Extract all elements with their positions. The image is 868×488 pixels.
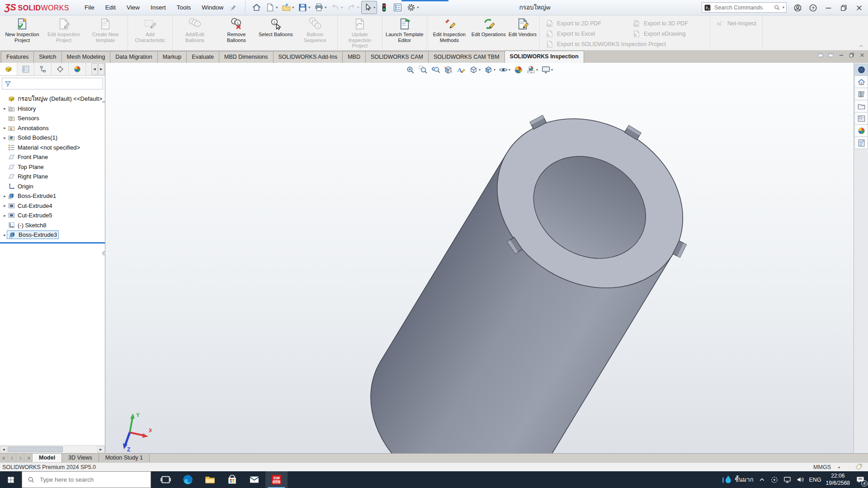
doc-tab-3d-views[interactable]: 3D Views — [62, 454, 99, 462]
add-edit-balloons-button[interactable]: 111Add/Edit Balloons — [174, 16, 216, 43]
appearances-scenes-tab[interactable] — [854, 125, 868, 137]
tree-item-cut-extrude5[interactable]: ▸Cut-Extrude5 — [0, 211, 105, 221]
menu-insert[interactable]: Insert — [145, 0, 171, 15]
update-inspection-project-button[interactable]: Update Inspection Project — [339, 16, 381, 49]
tab-data-migration[interactable]: Data Migration — [110, 51, 157, 63]
zoom-to-area-button[interactable] — [417, 64, 429, 75]
tree-item-history[interactable]: ▸History — [0, 104, 105, 114]
volume-icon[interactable] — [796, 475, 805, 484]
tree-item-sensors[interactable]: Sensors — [0, 113, 105, 123]
edit-vendors-button[interactable]: Edit Vendors — [507, 16, 538, 38]
expand-arrow-icon[interactable]: ▸ — [2, 126, 8, 130]
export-to-excel-button[interactable]: Export to Excel — [546, 30, 617, 38]
tree-item-sketch8[interactable]: (-) Sketch8 — [0, 221, 105, 230]
first-tab-button[interactable] — [0, 454, 8, 462]
dropdown-caret-icon[interactable]: ▾ — [551, 68, 553, 72]
edit-inspection-methods-button[interactable]: Edit Inspection Methods — [429, 16, 470, 43]
solidworks-button[interactable]: SW2024 — [265, 471, 288, 488]
scroll-left-icon[interactable]: ◀ — [0, 446, 7, 453]
custom-properties-tab[interactable] — [854, 137, 868, 149]
dimxpertmanager-tab[interactable] — [52, 63, 69, 75]
pin-icon[interactable] — [230, 4, 237, 11]
tab-mbd[interactable]: MBD — [342, 51, 366, 63]
view-palette-tab[interactable] — [854, 113, 868, 125]
tree-root-item[interactable]: กรอบใหญ่w (Default) <<Default>_Displ — [0, 94, 105, 104]
restore-button[interactable] — [840, 4, 848, 12]
tab-sketch[interactable]: Sketch — [33, 51, 61, 63]
units-selector[interactable]: MMGS ▴ — [813, 464, 840, 470]
doc-tab-motion-study-1[interactable]: Motion Study 1 — [99, 454, 150, 462]
edit-appearance-button[interactable] — [513, 64, 524, 75]
tabs-scroll-right-icon[interactable]: ▶ — [98, 63, 104, 75]
minimize-button[interactable] — [824, 4, 833, 12]
weather-icon[interactable] — [722, 474, 732, 485]
apply-scene-button[interactable]: ▾ — [525, 64, 539, 75]
scrollbar-thumb[interactable] — [8, 446, 63, 452]
dropdown-caret-icon[interactable]: ▾ — [341, 5, 343, 9]
export-to-3d-pdf-button[interactable]: 3DPDFExport to 3D PDF — [632, 19, 704, 27]
net-inspect-button[interactable]: niNet-Inspect — [716, 19, 756, 27]
options-button[interactable]: ▾ — [405, 1, 420, 14]
store-button[interactable] — [221, 471, 243, 488]
tree-item-boss-extrude1[interactable]: ▸Boss-Extrude1 — [0, 191, 105, 201]
tag-icon[interactable] — [855, 463, 863, 471]
tab-mbd-dimensions[interactable]: MBD Dimensions — [219, 51, 274, 63]
tab-evaluate[interactable]: Evaluate — [186, 51, 219, 63]
tab-solidworks-cam-tbm[interactable]: SOLIDWORKS CAM TBM — [428, 51, 505, 63]
dropdown-caret-icon[interactable]: ▾ — [357, 5, 359, 9]
dropdown-caret-icon[interactable]: ▾ — [308, 5, 310, 9]
save-button[interactable]: ▾ — [296, 1, 312, 14]
balloon-sequence-button[interactable]: 123Balloon Sequence — [294, 16, 336, 43]
tab-solidworks-inspection[interactable]: SOLIDWORKS Inspection — [505, 51, 584, 63]
view-settings-button[interactable]: ▾ — [540, 64, 554, 75]
meet-now-icon[interactable] — [770, 476, 778, 484]
task-view-button[interactable] — [155, 471, 177, 488]
tree-item-cut-extrude4[interactable]: ▸Cut-Extrude4 — [0, 201, 105, 211]
display-style-button[interactable]: ▾ — [483, 64, 496, 75]
dropdown-caret-icon[interactable]: ▾ — [494, 68, 495, 72]
export-to-2d-pdf-button[interactable]: PDFExport to 2D PDF — [546, 19, 617, 27]
tree-item-boss-extrude3[interactable]: ▸Boss-Extrude3 — [0, 230, 105, 240]
tree-item-top-plane[interactable]: Top Plane — [0, 162, 105, 172]
taskbar-search-box[interactable] — [22, 471, 151, 488]
model-3d-cylinder[interactable] — [105, 63, 854, 453]
dropdown-caret-icon[interactable]: ▾ — [509, 68, 510, 72]
tabs-scroll-left-icon[interactable]: ◀ — [91, 63, 98, 75]
export-edrawing-button[interactable]: eExport eDrawing — [632, 30, 704, 38]
dropdown-caret-icon[interactable]: ▾ — [325, 5, 326, 9]
launch-template-editor-button[interactable]: Launch Template Editor — [384, 16, 425, 43]
edge-button[interactable] — [177, 471, 199, 488]
doc-restore-button[interactable] — [849, 52, 855, 58]
view-orientation-button[interactable]: ▾ — [468, 64, 481, 75]
doc-minimize-button[interactable] — [838, 52, 844, 58]
search-icon[interactable] — [774, 4, 780, 11]
expand-arrow-icon[interactable]: ▸ — [2, 194, 8, 198]
user-account-button[interactable] — [793, 4, 802, 12]
file-properties-button[interactable] — [391, 1, 404, 14]
rollback-bar[interactable] — [0, 242, 105, 244]
remove-balloons-button[interactable]: 11Remove Balloons — [216, 16, 257, 43]
open-button[interactable]: ▾ — [280, 1, 296, 14]
help-button[interactable]: ? — [809, 4, 817, 12]
ribbon-collapse-icon[interactable] — [858, 43, 864, 49]
last-tab-button[interactable] — [24, 454, 33, 462]
menu-window[interactable]: Window — [196, 0, 229, 15]
tree-filter-box[interactable] — [2, 78, 103, 89]
solidworks-resources-tab[interactable] — [854, 64, 868, 76]
menu-file[interactable]: File — [79, 0, 100, 15]
weather-label[interactable]: ชื้นมาก — [735, 475, 753, 484]
zoom-to-fit-button[interactable] — [405, 64, 416, 75]
annotation-views-button[interactable]: A — [455, 64, 467, 75]
panel-horizontal-scrollbar[interactable]: ◀ ▶ — [0, 445, 105, 453]
section-view-button[interactable] — [443, 64, 454, 75]
search-caret-icon[interactable]: ▾ — [783, 5, 784, 9]
previous-tab-button[interactable] — [8, 454, 16, 462]
tab-solidworks-cam[interactable]: SOLIDWORKS CAM — [365, 51, 429, 63]
file-explorer-tab[interactable] — [854, 100, 868, 113]
new-inspection-project-button[interactable]: New Inspection Project — [1, 16, 43, 43]
hide-show-items-button[interactable]: ▾ — [498, 64, 511, 75]
doc-tab-model[interactable]: Model — [33, 454, 62, 462]
tree-item-front-plane[interactable]: Front Plane — [0, 152, 105, 162]
featuremanager-tab[interactable] — [0, 63, 17, 75]
scroll-right-icon[interactable]: ▶ — [97, 446, 104, 453]
